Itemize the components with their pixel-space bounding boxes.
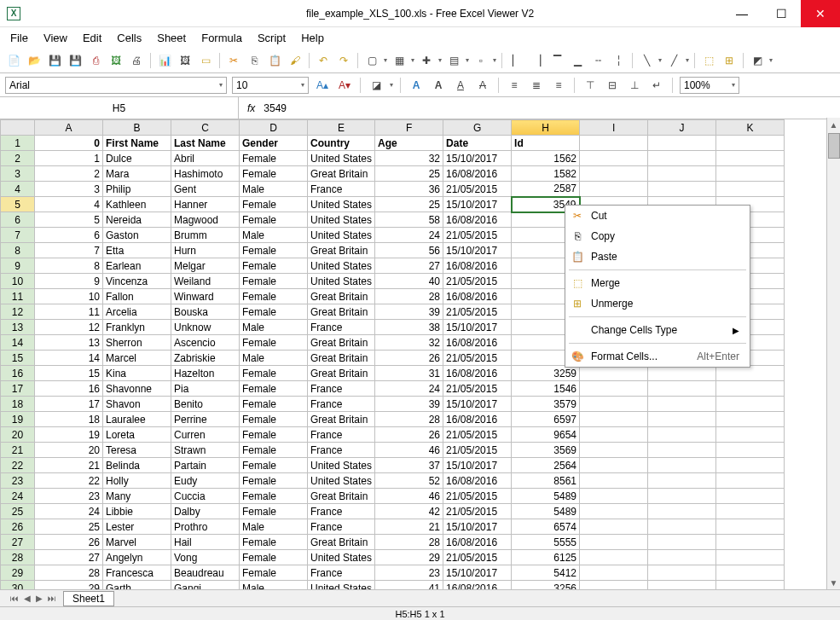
export-pdf-icon[interactable]: ⎙ [87, 52, 104, 69]
cell[interactable]: Melgar [171, 258, 240, 274]
cell[interactable]: Hazelton [171, 366, 240, 381]
cell[interactable]: 28 [35, 565, 103, 581]
cell[interactable]: Arcelia [103, 304, 171, 320]
cell[interactable]: 3 [35, 182, 103, 197]
select-all-corner[interactable] [1, 120, 35, 136]
cell[interactable]: United States [308, 550, 375, 565]
cell[interactable]: France [308, 182, 375, 197]
sheet-nav-prev-icon[interactable]: ◀ [22, 594, 32, 603]
row-header[interactable]: 12 [1, 304, 35, 320]
wrap-text-icon[interactable]: ↵ [648, 77, 665, 94]
menu-file[interactable]: File [10, 32, 28, 44]
cell[interactable]: Female [240, 258, 308, 274]
cell[interactable]: 58 [375, 212, 443, 228]
menu-help[interactable]: Help [301, 32, 324, 44]
cell[interactable]: 15/10/2017 [443, 397, 512, 412]
cell[interactable]: 10 [35, 289, 103, 304]
cell[interactable]: 13 [35, 335, 103, 351]
cell[interactable]: 14 [35, 351, 103, 366]
border-outer-icon[interactable]: ▢ [363, 52, 380, 69]
menu-cells[interactable]: Cells [117, 32, 142, 44]
cell[interactable]: 6597 [512, 412, 580, 427]
cell[interactable]: Male [240, 351, 308, 366]
row-header[interactable]: 17 [1, 381, 35, 397]
cell[interactable]: 52 [375, 473, 443, 489]
cell[interactable]: Unknow [171, 320, 240, 335]
cell[interactable]: 21/05/2015 [443, 443, 512, 458]
row-header[interactable]: 6 [1, 212, 35, 228]
zoom-select[interactable]: 100%▾ [680, 77, 739, 94]
cell[interactable] [716, 443, 785, 458]
cell[interactable]: 25 [375, 166, 443, 182]
cell[interactable]: Hurn [171, 243, 240, 258]
cell[interactable]: Female [240, 397, 308, 412]
row-header[interactable]: 27 [1, 535, 35, 550]
align-left-icon[interactable]: ≡ [506, 77, 523, 94]
cell[interactable]: Nereida [103, 212, 171, 228]
cell[interactable]: Angelyn [103, 550, 171, 565]
cell[interactable]: 28 [375, 412, 443, 427]
cell[interactable]: Great Britain [308, 335, 375, 351]
cell[interactable]: Female [240, 166, 308, 182]
column-header-K[interactable]: K [716, 120, 785, 136]
cell[interactable]: 25 [375, 197, 443, 212]
font-color-blue-icon[interactable]: A [408, 77, 425, 94]
cell[interactable]: Great Britain [308, 535, 375, 550]
row-header[interactable]: 19 [1, 412, 35, 427]
save-icon[interactable]: 💾 [46, 52, 63, 69]
menu-view[interactable]: View [43, 32, 67, 44]
cell[interactable] [716, 381, 785, 397]
cell[interactable] [648, 136, 716, 151]
cell[interactable]: 15/10/2017 [443, 565, 512, 581]
cell[interactable]: 1562 [512, 151, 580, 166]
cell[interactable]: Dalby [171, 504, 240, 519]
cell[interactable] [648, 366, 716, 381]
cell[interactable] [580, 381, 648, 397]
cell[interactable] [716, 427, 785, 443]
row-header[interactable]: 8 [1, 243, 35, 258]
minimize-button[interactable]: — [722, 0, 762, 27]
cell[interactable]: 21/05/2015 [443, 182, 512, 197]
cell[interactable] [716, 550, 785, 565]
cell[interactable] [648, 565, 716, 581]
scroll-thumb[interactable] [828, 133, 840, 159]
row-header[interactable]: 22 [1, 458, 35, 473]
cell[interactable]: Female [240, 212, 308, 228]
cell[interactable]: 0 [35, 136, 103, 151]
cell[interactable]: United States [308, 458, 375, 473]
cell[interactable] [648, 458, 716, 473]
context-change-type[interactable]: Change Cells Type▶ [565, 320, 750, 340]
menu-formula[interactable]: Formula [201, 32, 242, 44]
border-right-icon[interactable]: ▕ [528, 52, 545, 69]
cell[interactable] [580, 550, 648, 565]
cell[interactable]: Female [240, 535, 308, 550]
cell[interactable]: Female [240, 412, 308, 427]
shape-icon[interactable]: ▭ [197, 52, 214, 69]
cell[interactable]: 32 [375, 335, 443, 351]
cell[interactable]: 21/05/2015 [443, 274, 512, 289]
row-header[interactable]: 23 [1, 473, 35, 489]
maximize-button[interactable]: ☐ [762, 0, 801, 27]
row-header[interactable]: 1 [1, 136, 35, 151]
cell[interactable]: 21/05/2015 [443, 427, 512, 443]
cell[interactable]: Gender [240, 136, 308, 151]
cell[interactable]: Age [375, 136, 443, 151]
cell[interactable]: 5555 [512, 535, 580, 550]
cell[interactable]: 6125 [512, 550, 580, 565]
cell[interactable]: 21 [35, 458, 103, 473]
cell[interactable]: Hail [171, 535, 240, 550]
cell[interactable]: 16/08/2016 [443, 289, 512, 304]
border-cross-icon[interactable]: ✚ [418, 52, 435, 69]
cell[interactable]: France [308, 519, 375, 535]
cell[interactable]: Earlean [103, 258, 171, 274]
cell[interactable]: 15/10/2017 [443, 458, 512, 473]
cell[interactable]: Male [240, 182, 308, 197]
paste-icon[interactable]: 📋 [266, 52, 283, 69]
cell[interactable]: Female [240, 366, 308, 381]
cell[interactable]: 21 [375, 519, 443, 535]
row-header[interactable]: 10 [1, 274, 35, 289]
cell[interactable]: Vincenza [103, 274, 171, 289]
context-paste[interactable]: 📋Paste [565, 246, 750, 267]
cell[interactable] [580, 504, 648, 519]
toggle-border-icon[interactable]: ◩ [749, 52, 766, 69]
